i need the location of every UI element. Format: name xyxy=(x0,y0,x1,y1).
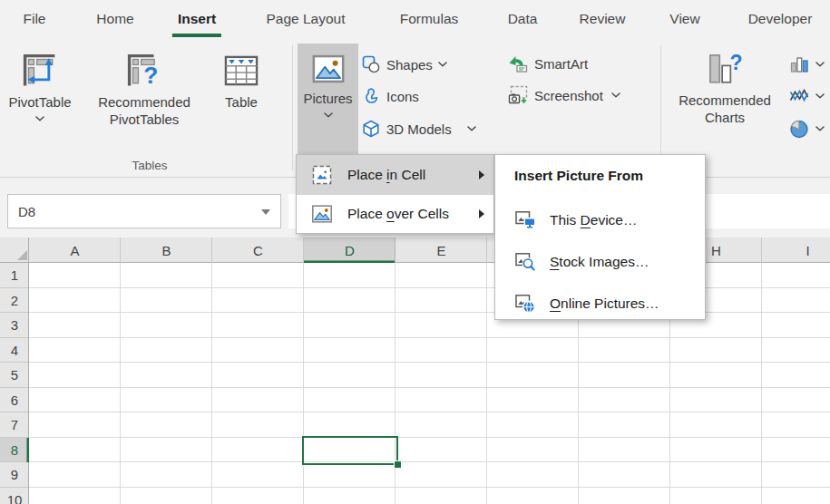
chevron-down-icon xyxy=(324,112,333,118)
pie-chart-icon xyxy=(789,119,809,139)
3d-models-icon xyxy=(362,120,380,138)
pictures-label: Pictures xyxy=(303,90,352,107)
group-divider xyxy=(660,45,661,170)
chevron-down-icon xyxy=(815,62,825,67)
row-headers: 12345678910 xyxy=(0,263,29,504)
fill-handle[interactable] xyxy=(394,460,402,469)
this-device-icon xyxy=(514,209,536,231)
row-header-7[interactable]: 7 xyxy=(0,412,29,438)
column-header-A[interactable]: A xyxy=(29,237,121,263)
row-header-6[interactable]: 6 xyxy=(0,388,29,413)
online-pictures-icon xyxy=(514,293,536,315)
scatter-chart-button[interactable] xyxy=(789,83,825,109)
column-header-C[interactable]: C xyxy=(212,237,304,263)
column-header-I[interactable]: I xyxy=(762,237,830,263)
menu-item-this-device[interactable]: This Device… xyxy=(495,199,705,241)
recommended-charts-icon xyxy=(704,52,746,88)
chevron-down-icon xyxy=(815,126,825,131)
tab-data[interactable]: Data xyxy=(508,0,538,38)
pivottable-button[interactable]: PivotTable xyxy=(5,44,74,154)
smartart-label: SmartArt xyxy=(534,56,588,72)
pie-chart-button[interactable] xyxy=(789,116,825,141)
screenshot-button[interactable]: Screenshot xyxy=(508,82,620,108)
menu-item-stock-images[interactable]: Stock Images… xyxy=(495,241,705,283)
column-chart-icon xyxy=(789,54,809,74)
stock-images-icon xyxy=(514,251,536,273)
ribbon-tab-bar: FileHomeInsertPage LayoutFormulasDataRev… xyxy=(0,0,830,40)
pictures-dropdown-menu: Place in Cell Place over Cells xyxy=(296,154,494,234)
tab-view[interactable]: View xyxy=(669,0,699,38)
cells-area[interactable] xyxy=(29,263,830,504)
chevron-down-icon xyxy=(467,126,476,131)
row-header-2[interactable]: 2 xyxy=(0,288,29,314)
column-header-B[interactable]: B xyxy=(121,237,212,263)
row-header-4[interactable]: 4 xyxy=(0,338,29,363)
tables-group-label: Tables xyxy=(63,159,236,172)
row-header-5[interactable]: 5 xyxy=(0,363,29,388)
column-header-E[interactable]: E xyxy=(395,237,487,263)
stock-images-label: Stock Images… xyxy=(550,254,649,270)
name-box-dropdown-icon[interactable] xyxy=(261,209,270,215)
group-divider xyxy=(292,45,293,170)
menu-item-place-in-cell[interactable]: Place in Cell xyxy=(297,155,493,195)
submenu-arrow-icon xyxy=(479,209,484,218)
select-all-corner[interactable] xyxy=(0,237,29,263)
tab-developer[interactable]: Developer xyxy=(748,0,813,38)
shapes-label: Shapes xyxy=(386,57,433,73)
column-header-D[interactable]: D xyxy=(304,237,395,263)
icons-icon xyxy=(362,87,380,105)
3d-models-button[interactable]: 3D Models xyxy=(362,116,476,141)
this-device-label: This Device… xyxy=(550,212,637,228)
icons-button[interactable]: Icons xyxy=(362,83,419,109)
recommended-charts-label: Recommended Charts xyxy=(670,92,779,126)
tab-page-layout[interactable]: Page Layout xyxy=(266,0,345,38)
submenu-arrow-icon xyxy=(479,170,484,179)
insert-picture-from-submenu: Insert Picture From This Device… Stock I… xyxy=(494,154,706,320)
row-header-9[interactable]: 9 xyxy=(0,462,29,488)
tab-formulas[interactable]: Formulas xyxy=(400,0,459,38)
column-chart-button[interactable] xyxy=(789,52,825,77)
row-header-8[interactable]: 8 xyxy=(0,438,29,463)
shapes-button[interactable]: Shapes xyxy=(362,52,447,77)
place-over-cells-label: Place over Cells xyxy=(347,206,464,222)
chevron-down-icon xyxy=(35,116,44,121)
tab-file[interactable]: File xyxy=(24,0,46,38)
recommended-pivottables-button[interactable]: Recommended PivotTables xyxy=(78,44,210,154)
tab-review[interactable]: Review xyxy=(580,0,626,38)
menu-item-place-over-cells[interactable]: Place over Cells xyxy=(297,195,493,235)
chevron-down-icon xyxy=(438,62,447,67)
submenu-title: Insert Picture From xyxy=(495,155,705,184)
3d-models-label: 3D Models xyxy=(386,121,452,137)
active-cell-selection[interactable] xyxy=(302,436,398,465)
scatter-chart-icon xyxy=(789,86,809,106)
row-header-1[interactable]: 1 xyxy=(0,263,29,288)
chevron-down-icon xyxy=(611,92,620,98)
recommended-pivottables-label: Recommended PivotTables xyxy=(81,93,208,128)
place-over-cells-icon xyxy=(311,203,333,225)
pictures-icon xyxy=(311,52,346,86)
row-header-3[interactable]: 3 xyxy=(0,313,29,338)
online-pictures-label: Online Pictures… xyxy=(550,296,659,312)
smartart-button[interactable]: SmartArt xyxy=(508,51,588,76)
table-label: Table xyxy=(225,93,258,111)
pivottable-label: PivotTable xyxy=(8,93,71,111)
chevron-down-icon xyxy=(815,93,825,99)
place-in-cell-icon xyxy=(311,164,333,186)
screenshot-label: Screenshot xyxy=(534,88,603,103)
table-button[interactable]: Table xyxy=(212,44,270,154)
pictures-button[interactable]: Pictures xyxy=(298,44,358,154)
icons-label: Icons xyxy=(386,89,419,104)
place-in-cell-label: Place in Cell xyxy=(347,167,464,183)
recommended-charts-button[interactable]: Recommended Charts xyxy=(669,44,780,154)
tab-insert[interactable]: Insert xyxy=(178,0,216,38)
row-header-10[interactable]: 10 xyxy=(0,488,29,504)
smartart-icon xyxy=(508,53,528,73)
excel-window: FileHomeInsertPage LayoutFormulasDataRev… xyxy=(0,0,830,504)
pivottable-icon xyxy=(21,52,59,90)
name-box[interactable]: D8 xyxy=(7,194,281,228)
screenshot-icon xyxy=(508,85,528,105)
recommended-pivottables-icon xyxy=(125,52,163,90)
menu-item-online-pictures[interactable]: Online Pictures… xyxy=(495,283,705,325)
name-box-value: D8 xyxy=(18,204,35,219)
tab-home[interactable]: Home xyxy=(96,0,133,38)
